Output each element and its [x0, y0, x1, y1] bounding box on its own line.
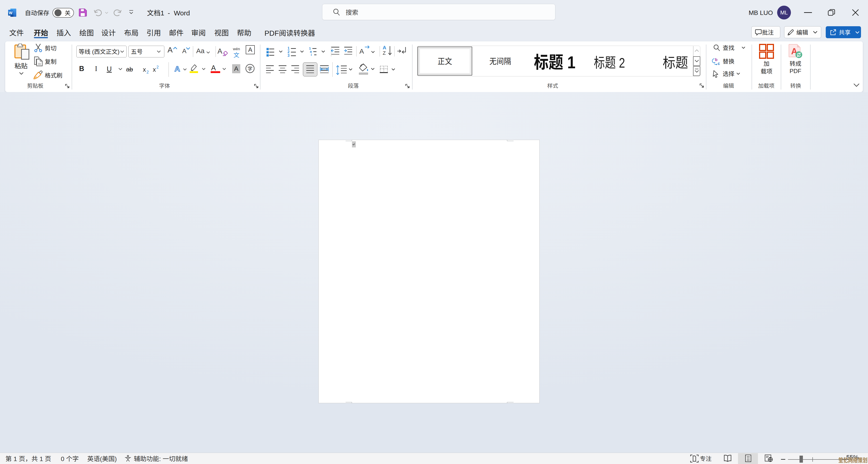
svg-text:b: b: [715, 57, 717, 62]
svg-text:字: 字: [248, 65, 252, 72]
svg-text:c: c: [718, 61, 720, 66]
svg-text:W: W: [9, 11, 13, 15]
